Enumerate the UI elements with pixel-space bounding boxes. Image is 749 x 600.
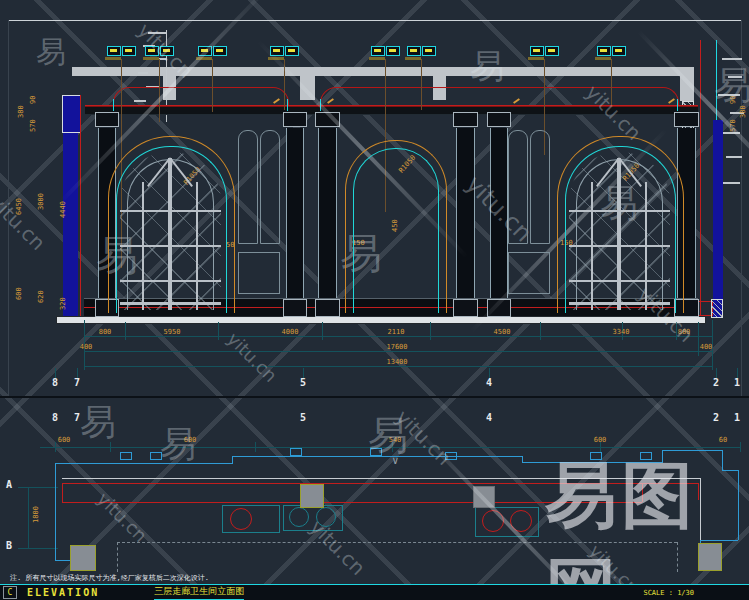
callout-cell xyxy=(422,46,436,56)
plan-dim-tick xyxy=(110,442,111,452)
mullion xyxy=(168,158,172,310)
wall-trim-red-left xyxy=(80,95,81,318)
curtain-left-top xyxy=(62,95,81,133)
watermark-text: yitu.cn xyxy=(93,488,151,546)
plan-dim-600b: 600 xyxy=(184,437,197,444)
plan-wall-white xyxy=(62,478,700,479)
dim-v-600: 600 xyxy=(16,287,23,300)
plan-wall-red xyxy=(642,483,643,502)
dim-800-1: 800 xyxy=(99,329,112,336)
callout-cell xyxy=(545,46,559,56)
beam-tick xyxy=(287,99,288,111)
plan-grid-label-7: 7 xyxy=(74,413,80,423)
plan-wall-blue xyxy=(522,462,662,463)
sill xyxy=(569,302,670,305)
plan-row-line xyxy=(18,487,58,488)
plan-row-line xyxy=(18,548,58,549)
watermark-text: 易 xyxy=(80,398,116,447)
dim-v-90: 90 xyxy=(30,96,37,104)
plan-dim-line xyxy=(40,447,740,448)
plan-row-ext xyxy=(28,487,29,548)
plan-grid-label-8: 8 xyxy=(52,413,58,423)
pilaster xyxy=(456,128,475,298)
plan-notch xyxy=(370,448,382,456)
plan-hidden-line xyxy=(117,542,119,572)
plan-dim-540: 540 xyxy=(389,437,402,444)
wall-trim-red-right xyxy=(700,40,701,318)
plan-grid-label-2: 2 xyxy=(713,413,719,423)
rail xyxy=(120,280,221,282)
plan-dim-tick xyxy=(255,442,256,452)
callout-leader-line xyxy=(421,59,422,110)
molding-profile-right xyxy=(726,156,742,158)
dim-4000: 4000 xyxy=(282,329,299,336)
elevation-label: ELEVATION xyxy=(27,587,99,598)
callout-cell xyxy=(386,46,400,56)
dim-v-570: 570 xyxy=(30,119,37,132)
molding-profile-right xyxy=(722,58,742,60)
callout-underbar xyxy=(105,57,121,60)
watermark-text: 易 xyxy=(36,32,66,73)
rail xyxy=(569,245,670,247)
wall-panel xyxy=(260,130,280,244)
plan-wall-blue xyxy=(522,456,523,463)
callout-underbar xyxy=(595,57,611,60)
plan-notch xyxy=(150,452,162,460)
plan-grid-label-1: 1 xyxy=(734,413,740,423)
sill xyxy=(120,302,221,305)
plan-wall-blue xyxy=(662,450,663,463)
dim-400-2: 400 xyxy=(700,344,713,351)
pilaster xyxy=(286,128,304,298)
beam-tick xyxy=(113,99,114,111)
wainscot-panel xyxy=(508,252,550,294)
beam-tick xyxy=(677,99,678,111)
material-callout-tag xyxy=(371,46,400,56)
dim-v-620: 620 xyxy=(38,290,45,303)
callout-cell xyxy=(285,46,299,56)
plan-wall-blue xyxy=(55,463,100,464)
dim-ext xyxy=(125,322,126,340)
title-bar: C ELEVATION 三层走廊卫生间立面图 SCALE : 1/30 xyxy=(0,584,749,600)
dim-800-2: 800 xyxy=(678,329,691,336)
plan-wall-blue xyxy=(700,540,738,541)
plan-wall-blue xyxy=(55,463,56,560)
dim-ext xyxy=(540,322,541,340)
plan-wall-blue xyxy=(232,456,233,464)
sheet-top-border xyxy=(8,20,741,21)
wainscot-panel xyxy=(238,252,280,294)
dim-ext xyxy=(430,322,431,340)
plan-wall-red xyxy=(62,483,63,503)
beam-band xyxy=(85,106,698,115)
plan-wall-red xyxy=(62,502,642,503)
plan-grid-label-5: 5 xyxy=(300,413,306,423)
center-arch-inner xyxy=(353,148,439,313)
material-callout-tag xyxy=(145,46,174,56)
plan-wall-red xyxy=(62,483,698,484)
elevation-grid-label-5: 5 xyxy=(300,378,306,388)
material-callout-tag xyxy=(597,46,626,56)
plan-column xyxy=(698,543,722,571)
dim-v-380: 380 xyxy=(18,105,25,118)
molding-profile-left xyxy=(148,32,166,34)
callout-underbar xyxy=(369,57,385,60)
plan-notch xyxy=(290,448,302,456)
curtain-right xyxy=(713,120,723,318)
plan-wall-blue xyxy=(100,463,232,464)
rail xyxy=(569,280,670,282)
material-callout-tag xyxy=(407,46,436,56)
section-divider xyxy=(0,396,749,398)
plan-fixture-circle xyxy=(230,508,252,530)
pilaster xyxy=(318,128,337,298)
plan-column xyxy=(70,545,96,571)
dim-2110: 2110 xyxy=(388,329,405,336)
dim-13400: 13400 xyxy=(386,359,407,366)
plan-dim-600a: 600 xyxy=(58,437,71,444)
plan-fixture-circle xyxy=(289,507,309,527)
dim-v-4440: 4440 xyxy=(60,201,67,218)
plan-wall-red xyxy=(698,483,699,500)
dim-v-320: 320 xyxy=(60,297,67,310)
scale-label: SCALE : 1/30 xyxy=(643,589,694,597)
callout-leader-line xyxy=(611,59,612,105)
mullion xyxy=(617,158,621,310)
dim-line xyxy=(84,336,712,337)
